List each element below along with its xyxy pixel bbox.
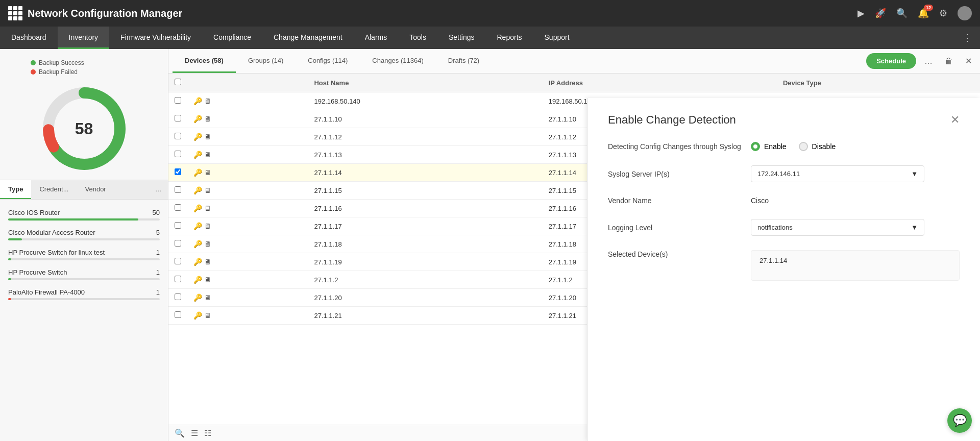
- device-name: HP Procurve Switch: [8, 268, 67, 276]
- device-name: PaloAlto Firewall PA-4000: [8, 288, 85, 296]
- tab-type[interactable]: Type: [0, 180, 31, 199]
- row-hostname: 27.1.1.14: [308, 164, 542, 182]
- vendor-value: Cisco: [751, 197, 960, 205]
- list-item[interactable]: Cisco Modular Access Router 5: [0, 225, 168, 244]
- nav-reports[interactable]: Reports: [486, 27, 533, 49]
- more-actions-button[interactable]: …: [920, 55, 937, 68]
- donut-total: 58: [75, 119, 93, 138]
- fab-chat-button[interactable]: 💬: [947, 408, 972, 433]
- tab-vendor[interactable]: Vendor: [77, 180, 114, 199]
- select-all-checkbox[interactable]: [175, 79, 181, 85]
- donut-chart: 58: [38, 83, 130, 175]
- row-icons: 🔑 🖥: [187, 146, 308, 164]
- device-name: Cisco Modular Access Router: [8, 229, 95, 236]
- col-icons: [187, 74, 308, 92]
- syslog-server-select-wrap: 172.24.146.11 ▼: [751, 165, 960, 182]
- tab-changes[interactable]: Changes (11364): [360, 50, 435, 73]
- row-checkbox[interactable]: [175, 276, 181, 282]
- row-hostname: 27.1.1.10: [308, 110, 542, 128]
- nav-settings[interactable]: Settings: [437, 27, 486, 49]
- syslog-server-select[interactable]: 172.24.146.11 ▼: [751, 165, 924, 182]
- tab-drafts[interactable]: Drafts (72): [436, 50, 492, 73]
- disable-radio[interactable]: Disable: [799, 142, 836, 151]
- notifications-icon[interactable]: 🔔 12: [918, 8, 929, 19]
- row-hostname: 27.1.1.20: [308, 289, 542, 307]
- modal-vendor-row: Vendor Name Cisco: [608, 197, 960, 205]
- row-checkbox[interactable]: [175, 115, 181, 121]
- close-button[interactable]: ✕: [961, 54, 976, 68]
- topbar: Network Configuration Manager ▶ 🚀 🔍 🔔 12…: [0, 0, 980, 27]
- row-icons: 🔑 🖥: [187, 217, 308, 235]
- row-hostname: 27.1.1.21: [308, 307, 542, 325]
- nav-dashboard[interactable]: Dashboard: [0, 27, 58, 49]
- row-hostname: 27.1.1.16: [308, 200, 542, 217]
- selected-devices-value: 27.1.1.14: [760, 257, 787, 264]
- monitor-icon[interactable]: ▶: [857, 8, 865, 19]
- list-item[interactable]: HP Procurve Switch 1: [0, 264, 168, 284]
- row-icons: 🔑 🖥: [187, 253, 308, 271]
- row-checkbox[interactable]: [175, 97, 181, 104]
- navbar: Dashboard Inventory Firmware Vulnerabili…: [0, 27, 980, 49]
- row-icons: 🔑 🖥: [187, 164, 308, 182]
- avatar[interactable]: [958, 6, 972, 20]
- nav-alarms[interactable]: Alarms: [354, 27, 399, 49]
- row-checkbox[interactable]: [175, 186, 181, 193]
- delete-button[interactable]: 🗑: [941, 55, 957, 68]
- list-item[interactable]: Cisco IOS Router 50: [0, 205, 168, 225]
- row-checkbox[interactable]: [175, 293, 181, 300]
- modal-close-button[interactable]: ✕: [950, 113, 960, 127]
- row-checkbox[interactable]: [175, 133, 181, 139]
- rocket-icon[interactable]: 🚀: [875, 8, 886, 19]
- filter-icon[interactable]: ☷: [204, 428, 211, 438]
- row-checkbox[interactable]: [175, 222, 181, 229]
- list-item[interactable]: HP Procurve Switch for linux test 1: [0, 244, 168, 264]
- row-hostname: 27.1.1.18: [308, 235, 542, 253]
- logging-level-select[interactable]: notifications ▼: [751, 219, 924, 236]
- col-ip: IP Address: [543, 74, 777, 92]
- main-layout: Backup Success Backup Failed 58: [0, 49, 980, 441]
- device-name: Cisco IOS Router: [8, 209, 60, 216]
- tab-credentials[interactable]: Credent...: [31, 180, 77, 199]
- nav-tools[interactable]: Tools: [398, 27, 437, 49]
- legend-failed-dot: [31, 69, 36, 75]
- row-checkbox[interactable]: [175, 311, 181, 318]
- settings-icon[interactable]: ⚙: [939, 8, 947, 19]
- row-icons: 🔑 🖥: [187, 182, 308, 200]
- enable-label: Enable: [764, 142, 787, 151]
- syslog-server-value: 172.24.146.11: [757, 170, 800, 178]
- sidebar-tab-more[interactable]: …: [149, 180, 168, 199]
- row-checkbox[interactable]: [175, 151, 181, 157]
- tab-groups[interactable]: Groups (14): [236, 50, 296, 73]
- enable-radio[interactable]: Enable: [751, 142, 787, 151]
- nav-support[interactable]: Support: [533, 27, 581, 49]
- device-count: 5: [156, 229, 160, 236]
- modal-syslog-row: Detecting Config Changes through Syslog …: [608, 142, 960, 151]
- list-item[interactable]: PaloAlto Firewall PA-4000 1: [0, 284, 168, 304]
- modal-header: Enable Change Detection ✕: [608, 113, 960, 127]
- search-table-icon[interactable]: 🔍: [175, 428, 185, 438]
- row-checkbox[interactable]: [175, 258, 181, 264]
- nav-firmware-vulnerability[interactable]: Firmware Vulnerability: [109, 27, 202, 49]
- tab-devices[interactable]: Devices (58): [173, 50, 236, 73]
- enable-radio-circle: [751, 142, 760, 151]
- disable-label: Disable: [812, 142, 836, 151]
- tab-configs[interactable]: Configs (114): [296, 50, 360, 73]
- row-checkbox[interactable]: [175, 204, 181, 211]
- nav-inventory[interactable]: Inventory: [58, 27, 110, 49]
- nav-change-management[interactable]: Change Management: [262, 27, 354, 49]
- dropdown-arrow-icon: ▼: [911, 170, 918, 178]
- legend-failed-label: Backup Failed: [39, 68, 78, 76]
- row-checkbox[interactable]: [175, 240, 181, 247]
- nav-compliance[interactable]: Compliance: [202, 27, 262, 49]
- schedule-button[interactable]: Schedule: [866, 53, 916, 69]
- sort-icon[interactable]: ☰: [191, 428, 198, 438]
- search-icon[interactable]: 🔍: [896, 8, 908, 19]
- row-icons: 🔑 🖥: [187, 235, 308, 253]
- notification-badge: 12: [924, 5, 933, 11]
- modal-selected-devices-row: Selected Device(s) 27.1.1.14: [608, 250, 960, 281]
- device-type-list: Cisco IOS Router 50 Cisco Modular Access…: [0, 200, 168, 309]
- topbar-icons: ▶ 🚀 🔍 🔔 12 ⚙: [857, 6, 972, 20]
- navbar-more-icon[interactable]: ⋮: [954, 27, 980, 49]
- row-checkbox[interactable]: [175, 168, 181, 175]
- device-name: HP Procurve Switch for linux test: [8, 249, 105, 256]
